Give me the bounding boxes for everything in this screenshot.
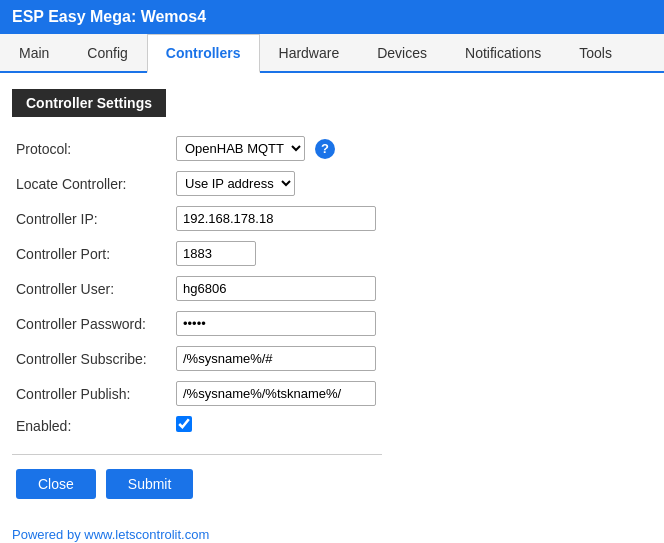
title-text: ESP Easy Mega: Wemos4 [12,8,206,25]
tab-hardware[interactable]: Hardware [260,34,359,71]
controller-user-input[interactable] [176,276,376,301]
tab-notifications[interactable]: Notifications [446,34,560,71]
tab-main[interactable]: Main [0,34,68,71]
controller-password-label: Controller Password: [12,306,172,341]
controller-ip-input[interactable] [176,206,376,231]
locate-controller-row: Locate Controller: Use IP address Use mD… [12,166,652,201]
section-title: Controller Settings [12,89,166,117]
tab-config[interactable]: Config [68,34,146,71]
section-header: Controller Settings [12,89,652,117]
controller-subscribe-row: Controller Subscribe: [12,341,652,376]
controller-user-row: Controller User: [12,271,652,306]
protocol-help-icon[interactable]: ? [315,139,335,159]
locate-controller-label: Locate Controller: [12,166,172,201]
controller-publish-input[interactable] [176,381,376,406]
controller-publish-row: Controller Publish: [12,376,652,411]
nav-tabs: MainConfigControllersHardwareDevicesNoti… [0,34,664,73]
tab-controllers[interactable]: Controllers [147,34,260,73]
controller-password-input[interactable] [176,311,376,336]
controller-ip-row: Controller IP: [12,201,652,236]
locate-controller-select[interactable]: Use IP address Use mDNS [176,171,295,196]
submit-button[interactable]: Submit [106,469,194,499]
footer-link[interactable]: www.letscontrolit.com [84,527,209,542]
form-divider [12,454,382,455]
protocol-label: Protocol: [12,131,172,166]
controller-form: Protocol: OpenHAB MQTT Domoticz MQTT Gen… [12,131,652,440]
controller-ip-label: Controller IP: [12,201,172,236]
controller-subscribe-input[interactable] [176,346,376,371]
tab-devices[interactable]: Devices [358,34,446,71]
controller-subscribe-label: Controller Subscribe: [12,341,172,376]
controller-password-row: Controller Password: [12,306,652,341]
enabled-label: Enabled: [12,411,172,440]
enabled-row: Enabled: [12,411,652,440]
controller-publish-label: Controller Publish: [12,376,172,411]
protocol-select[interactable]: OpenHAB MQTT Domoticz MQTT Generic HTTP [176,136,305,161]
controller-port-input[interactable] [176,241,256,266]
controller-user-label: Controller User: [12,271,172,306]
enabled-checkbox[interactable] [176,416,192,432]
footer-prefix: Powered by [12,527,84,542]
close-button[interactable]: Close [16,469,96,499]
protocol-row: Protocol: OpenHAB MQTT Domoticz MQTT Gen… [12,131,652,166]
footer: Powered by www.letscontrolit.com [0,515,664,543]
main-content: Controller Settings Protocol: OpenHAB MQ… [0,73,664,515]
page-title: ESP Easy Mega: Wemos4 [0,0,664,34]
button-row: Close Submit [12,469,652,499]
tab-tools[interactable]: Tools [560,34,631,71]
controller-port-row: Controller Port: [12,236,652,271]
controller-port-label: Controller Port: [12,236,172,271]
